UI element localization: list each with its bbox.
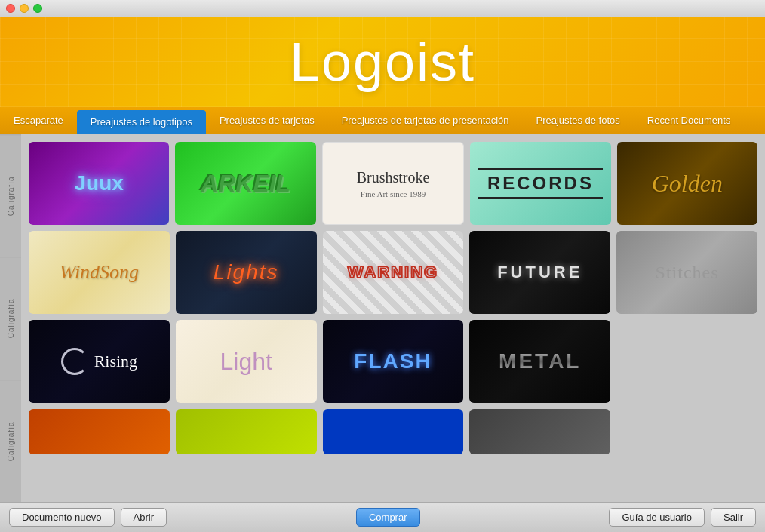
tab-preajustes-tarjetas-presentacion[interactable]: Preajustes de tarjetas de presentación xyxy=(328,107,523,134)
preset-flash[interactable]: FLASH xyxy=(323,320,464,403)
preset-lights-label: Lights xyxy=(214,260,279,284)
preset-bottom3[interactable] xyxy=(323,409,464,454)
grid-row-3: Rising Light FLASH METAL xyxy=(29,320,757,403)
preset-rising-label: Rising xyxy=(61,348,137,375)
preset-bottom2[interactable] xyxy=(176,409,317,454)
preset-arkeil-label: ARKEIL xyxy=(201,170,290,198)
preset-juux-label: Juux xyxy=(75,171,124,195)
preset-bottom1[interactable] xyxy=(29,409,170,454)
preset-warning-label: WARNING xyxy=(348,263,438,282)
preset-metal-label: METAL xyxy=(499,349,581,374)
preset-records-label: RECORDS xyxy=(478,168,603,199)
preset-brushstroke[interactable]: BrushstrokeFine Art since 1989 xyxy=(322,142,464,225)
preset-flash-label: FLASH xyxy=(354,349,432,374)
preset-windsong[interactable]: WindSong xyxy=(29,231,170,314)
abrir-button[interactable]: Abrir xyxy=(121,508,167,527)
close-button[interactable] xyxy=(6,4,15,13)
preset-metal[interactable]: METAL xyxy=(469,320,610,403)
comprar-button[interactable]: Comprar xyxy=(356,508,420,527)
preset-warning[interactable]: WARNING xyxy=(323,231,464,314)
titlebar xyxy=(0,0,765,17)
sidebar-label-2: Caligrafía xyxy=(0,257,21,379)
grid-row-1: Juux ARKEIL BrushstrokeFine Art since 19… xyxy=(29,142,757,225)
minimize-button[interactable] xyxy=(20,4,29,13)
preset-rising[interactable]: Rising xyxy=(29,320,170,403)
nav-tabs: Escaparate Preajustes de logotipos Preaj… xyxy=(0,107,765,134)
preset-brushstroke-subtitle: Fine Art since 1989 xyxy=(357,189,430,199)
preset-lights[interactable]: Lights xyxy=(176,231,317,314)
sidebar-label-1: Caligrafía xyxy=(0,134,21,257)
preset-grid: Juux ARKEIL BrushstrokeFine Art since 19… xyxy=(21,134,765,502)
preset-light-label: Light xyxy=(220,348,272,376)
preset-brushstroke-label: BrushstrokeFine Art since 1989 xyxy=(357,168,430,199)
tab-preajustes-fotos[interactable]: Preajustes de fotos xyxy=(523,107,634,134)
preset-future[interactable]: FUTURE xyxy=(469,231,610,314)
preset-light[interactable]: Light xyxy=(176,320,317,403)
tab-preajustes-logotipos[interactable]: Preajustes de logotipos xyxy=(77,110,206,134)
salir-button[interactable]: Salir xyxy=(711,508,756,527)
maximize-button[interactable] xyxy=(33,4,42,13)
sidebar: Caligrafía Caligrafía Caligrafía xyxy=(0,134,21,502)
guia-button[interactable]: Guía de usuario xyxy=(609,508,705,527)
grid-row-4 xyxy=(29,409,757,454)
preset-golden-label: Golden xyxy=(652,170,723,198)
preset-windsong-label: WindSong xyxy=(60,260,139,284)
preset-bottom4[interactable] xyxy=(469,409,610,454)
preset-future-label: FUTURE xyxy=(497,263,582,282)
preset-arkeil[interactable]: ARKEIL xyxy=(175,142,315,225)
bottom-toolbar: Documento nuevo Abrir Comprar Guía de us… xyxy=(0,502,765,532)
preset-golden[interactable]: Golden xyxy=(617,142,757,225)
main-content: Caligrafía Caligrafía Caligrafía Juux AR… xyxy=(0,134,765,502)
preset-juux[interactable]: Juux xyxy=(29,142,169,225)
tab-escaparate[interactable]: Escaparate xyxy=(0,107,77,134)
preset-records[interactable]: RECORDS xyxy=(470,142,610,225)
tab-preajustes-tarjetas[interactable]: Preajustes de tarjetas xyxy=(206,107,328,134)
rising-circle-icon xyxy=(61,348,88,375)
nuevo-button[interactable]: Documento nuevo xyxy=(9,508,115,527)
preset-stitches-label: Stitches xyxy=(656,263,719,283)
app-logo: Logoist xyxy=(290,31,475,93)
app-header: Logoist xyxy=(0,17,765,107)
grid-row-2: WindSong Lights WARNING FUTURE Stitches xyxy=(29,231,757,314)
tab-recent-documents[interactable]: Recent Documents xyxy=(634,107,745,134)
preset-stitches[interactable]: Stitches xyxy=(616,231,757,314)
sidebar-label-3: Caligrafía xyxy=(0,380,21,502)
